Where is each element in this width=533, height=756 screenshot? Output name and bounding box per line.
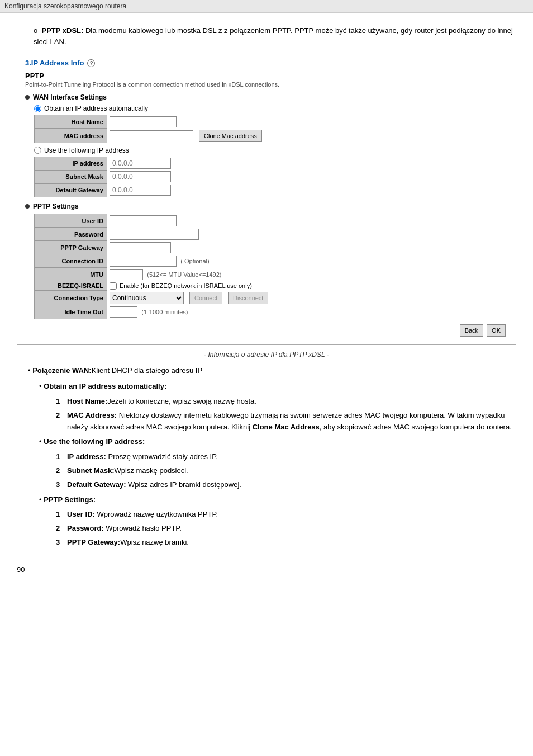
doc-password-text: Wprowadź hasło PPTP.: [104, 524, 182, 532]
back-button[interactable]: Back: [460, 324, 483, 337]
connection-id-input[interactable]: [110, 256, 177, 267]
subnet-mask-row: Subnet Mask: [35, 170, 517, 183]
doc-subnet-bold: Subnet Mask:: [67, 466, 115, 475]
doc-pptp-gateway-bold: PPTP Gateway:: [67, 538, 120, 546]
default-gateway-cell: [107, 183, 517, 197]
mac-address-label: MAC address: [35, 129, 107, 143]
radio-obtain-auto-label: Obtain an IP address automatically: [44, 105, 148, 112]
pptp-gateway-label: PPTP Gateway: [35, 241, 107, 254]
mtu-row: MTU 1492 (512<= MTU Value<=1492): [35, 268, 517, 281]
ip-address-input[interactable]: [110, 158, 171, 169]
intro-text: Dla modemu kablowego lub mostka DSL z z …: [34, 26, 513, 46]
top-bar-label: Konfiguracja szerokopasmowego routera: [4, 2, 126, 10]
doc-pptp-bold: PPTP Settings:: [44, 495, 96, 504]
doc-item-password: 2 Password: Wprowadź hasło PPTP.: [56, 523, 516, 535]
password-cell: [107, 228, 517, 241]
user-id-input[interactable]: [110, 215, 177, 226]
password-row: Password: [35, 228, 517, 241]
user-id-label: User ID: [35, 214, 107, 228]
default-gateway-input[interactable]: [110, 185, 171, 196]
connection-type-row: Connection Type Continuous Connect on De…: [35, 291, 517, 305]
disconnect-button[interactable]: Disconnect: [228, 292, 268, 304]
section-title: 3.IP Address Info ?: [25, 59, 508, 67]
connect-button[interactable]: Connect: [189, 292, 222, 304]
mtu-input[interactable]: 1492: [110, 269, 143, 280]
host-name-input[interactable]: [110, 116, 177, 127]
bezeq-checkbox-label: Enable (for BEZEQ network in ISRAEL use …: [120, 282, 252, 289]
connection-type-cell: Continuous Connect on Demand Manual Conn…: [107, 291, 517, 305]
bezeq-checkbox[interactable]: [110, 282, 117, 290]
pptp-gateway-input[interactable]: 0.0.0.0: [110, 242, 171, 253]
doc-wan-bold: Połączenie WAN:: [32, 366, 91, 375]
mac-address-cell: 000000000000 Clone Mac address: [107, 129, 517, 143]
clone-mac-button[interactable]: Clone Mac address: [199, 130, 262, 142]
optional-label: ( Optional): [180, 258, 209, 264]
doc-ol-pptp: 1 User ID: Wprowadź nazwę użytkownika PP…: [56, 509, 516, 548]
bullet-dot: [25, 95, 30, 100]
doc-item-ip: 1 IP address: Proszę wprowadzić stały ad…: [56, 451, 516, 463]
ok-button[interactable]: OK: [487, 324, 506, 337]
doc-gateway-bold: Default Gateway:: [67, 480, 126, 489]
doc-bullet-pptp: • PPTP Settings:: [39, 494, 516, 506]
pptp-xdsl-label: PPTP xDSL:: [41, 26, 83, 35]
default-gateway-row: Default Gateway: [35, 183, 517, 197]
config-panel: 3.IP Address Info ? PPTP Point-to-Point …: [17, 53, 516, 345]
doc-pptp-gateway-text: Wpisz nazwę bramki.: [120, 538, 189, 546]
password-input[interactable]: [110, 229, 199, 240]
doc-following-ip-bold: Use the following IP address:: [44, 437, 145, 446]
ip-address-label: IP address: [35, 157, 107, 170]
button-row: Back OK: [25, 324, 508, 337]
idle-time-row: Idle Time Out 10 (1-1000 minutes): [35, 305, 517, 319]
wan-header-label: WAN Interface Settings: [33, 93, 107, 101]
doc-item-userid: 1 User ID: Wprowadź nazwę użytkownika PP…: [56, 509, 516, 521]
pptp-gateway-cell: 0.0.0.0: [107, 241, 517, 254]
pptp-gateway-row: PPTP Gateway 0.0.0.0: [35, 241, 517, 254]
user-id-row: User ID: [35, 214, 517, 228]
doc-mac-bold: MAC Address:: [67, 411, 117, 419]
pptp-section-header: PPTP Settings: [25, 202, 508, 210]
doc-ip-text: Proszę wprowadzić stały adres IP.: [106, 452, 218, 461]
connection-type-select[interactable]: Continuous Connect on Demand Manual: [110, 292, 184, 304]
page-number: 90: [17, 565, 516, 574]
mac-address-input[interactable]: 000000000000: [110, 130, 193, 141]
doc-ip-bold: IP address:: [67, 452, 106, 461]
radio-obtain-auto-input[interactable]: [34, 105, 41, 112]
section-title-text: 3.IP Address Info: [25, 59, 84, 67]
default-gateway-label: Default Gateway: [35, 183, 107, 197]
protocol-desc: Point-to-Point Tunneling Protocol is a c…: [25, 81, 508, 88]
connection-id-row: Connection ID ( Optional): [35, 254, 517, 268]
idle-time-input[interactable]: 10: [110, 306, 137, 318]
doc-userid-bold: User ID:: [67, 510, 95, 518]
doc-hostname-text: Jeżeli to konieczne, wpisz swoją nazwę h…: [107, 397, 256, 405]
doc-item-mac: 2 MAC Address: Niektórzy dostawcy intern…: [56, 410, 516, 433]
doc-content: • Połączenie WAN:Klient DHCP dla stałego…: [17, 365, 516, 549]
host-name-cell: [107, 115, 517, 129]
connection-type-label: Connection Type: [35, 291, 107, 305]
bezeq-cell: Enable (for BEZEQ network in ISRAEL use …: [107, 281, 517, 291]
radio-use-ip[interactable]: Use the following IP address: [34, 147, 508, 154]
doc-obtain-bold: Obtain an IP address automatically:: [44, 382, 166, 390]
mac-address-row: MAC address 000000000000 Clone Mac addre…: [35, 129, 517, 143]
doc-userid-text: Wprowadź nazwę użytkownika PPTP.: [95, 510, 218, 518]
pptp-bullet-dot: [25, 204, 30, 209]
panel-caption: - Informacja o adresie IP dla PPTP xDSL …: [17, 351, 516, 358]
bezeq-label: BEZEQ-ISRAEL: [35, 281, 107, 291]
doc-bullet-obtain: • Obtain an IP address automatically:: [39, 381, 516, 393]
radio-obtain-auto[interactable]: Obtain an IP address automatically: [34, 105, 508, 112]
doc-clone-text: , aby skopiować adres MAC swojego komput…: [320, 423, 512, 431]
subnet-mask-input[interactable]: [110, 171, 171, 182]
bezeq-row: BEZEQ-ISRAEL Enable (for BEZEQ network i…: [35, 281, 517, 291]
doc-item-hostname: 1 Host Name:Jeżeli to konieczne, wpisz s…: [56, 396, 516, 408]
doc-subnet-text: Wpisz maskę podsieci.: [115, 466, 188, 475]
ip-address-row: IP address: [35, 157, 517, 170]
radio-use-ip-label: Use the following IP address: [44, 147, 129, 154]
subnet-mask-label: Subnet Mask: [35, 170, 107, 183]
doc-clone-bold: Clone Mac Address: [253, 423, 320, 431]
help-icon[interactable]: ?: [87, 59, 95, 67]
wan-interface-section: WAN Interface Settings Obtain an IP addr…: [25, 93, 508, 197]
connection-id-label: Connection ID: [35, 254, 107, 268]
radio-use-ip-input[interactable]: [34, 147, 41, 154]
mtu-cell: 1492 (512<= MTU Value<=1492): [107, 268, 517, 281]
intro-bullet: o PPTP xDSL: Dla modemu kablowego lub mo…: [34, 25, 516, 47]
mtu-hint: (512<= MTU Value<=1492): [147, 271, 221, 278]
